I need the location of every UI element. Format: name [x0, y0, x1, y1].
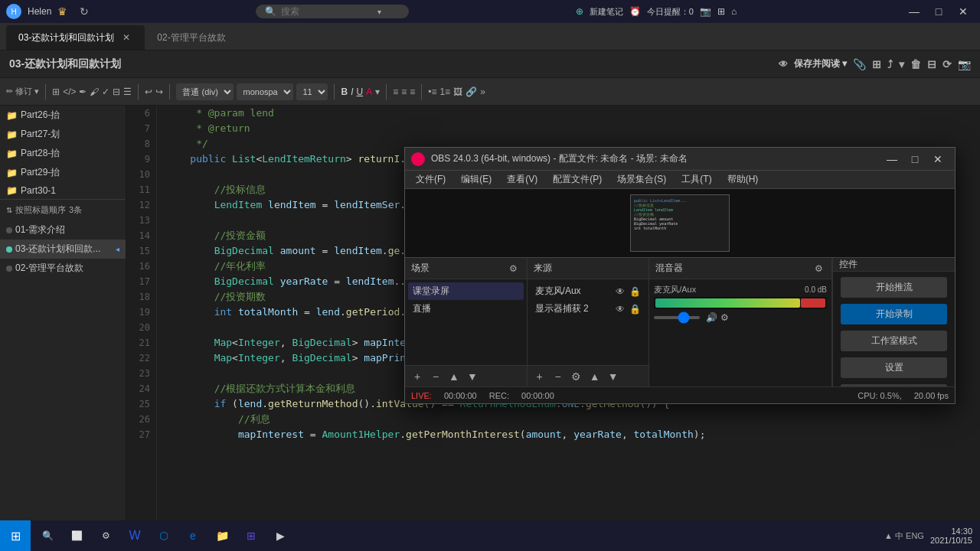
bold-btn[interactable]: B — [341, 86, 348, 97]
align-right-icon[interactable]: ≡ — [410, 86, 415, 97]
obs-menu-tools[interactable]: 工具(T) — [674, 171, 719, 187]
tab-active[interactable]: 03-还款计划和回款计划 ✕ — [6, 25, 145, 50]
check-icon[interactable]: ✓ — [102, 86, 109, 97]
font-select[interactable]: monospa — [237, 83, 293, 100]
delete-icon[interactable]: 🗑 — [910, 58, 921, 70]
taskbar-file-mgr[interactable]: 📁 — [208, 522, 236, 549]
underline-btn[interactable]: U — [357, 86, 364, 97]
code-icon[interactable]: </> — [63, 86, 76, 97]
sidebar-item-03[interactable]: 03-还款计划和回款... ◂ — [0, 240, 126, 259]
ol-icon[interactable]: 1≡ — [439, 86, 450, 97]
start-button[interactable]: ⊞ — [0, 520, 31, 551]
minimize-btn[interactable]: — — [903, 4, 925, 19]
home-icon[interactable]: ⌂ — [731, 6, 737, 17]
maximize-btn[interactable]: □ — [928, 4, 949, 19]
sidebar-folder-part30[interactable]: 📁 Part30-1 — [0, 182, 126, 199]
eye-icon[interactable]: 👁 — [779, 59, 788, 70]
obs-menu-view[interactable]: 查看(V) — [499, 171, 545, 187]
obs-minimize-btn[interactable]: — — [881, 151, 903, 168]
obs-scene-up-btn[interactable]: ▲ — [446, 369, 462, 384]
obs-scene-item-0[interactable]: 课堂录屏 — [408, 282, 524, 300]
obs-close-btn[interactable]: ✕ — [927, 151, 949, 168]
screenshot-icon[interactable]: 📷 — [700, 6, 711, 17]
obs-source-lock-0[interactable]: 🔒 — [629, 286, 641, 297]
close-btn[interactable]: ✕ — [952, 4, 974, 19]
obs-menu-scene[interactable]: 场景集合(S) — [609, 171, 674, 187]
sidebar-folder-part27[interactable]: 📁 Part27-划 — [0, 125, 126, 144]
sidebar-folder-part26[interactable]: 📁 Part26-抬 — [0, 106, 126, 125]
taskbar-browser[interactable]: e — [179, 522, 207, 549]
sidebar-folder-part28[interactable]: 📁 Part28-抬 — [0, 144, 126, 163]
ul-icon[interactable]: •≡ — [428, 86, 436, 97]
paragraph-select[interactable]: 普通 (div) — [176, 83, 234, 100]
taskbar-search[interactable]: 🔍 — [34, 522, 61, 549]
grid2-icon[interactable]: ⊟ — [113, 86, 120, 97]
italic-btn[interactable]: I — [351, 86, 353, 97]
save-read-btn[interactable]: 保存并阅读 ▾ — [794, 57, 847, 70]
obs-menu-profile[interactable]: 配置文件(P) — [545, 171, 609, 187]
obs-source-remove-btn[interactable]: − — [550, 369, 566, 384]
more2-icon[interactable]: » — [480, 86, 485, 97]
pen-icon[interactable]: ✒ — [79, 86, 87, 97]
obs-menu-help[interactable]: 帮助(H) — [720, 171, 766, 187]
obs-source-up-btn[interactable]: ▲ — [587, 369, 603, 384]
obs-source-eye-0[interactable]: 👁 — [616, 286, 625, 297]
taskbar-vs-code[interactable]: ⬡ — [150, 522, 178, 549]
mute-icon[interactable]: 🔊 — [706, 312, 717, 323]
obs-maximize-btn[interactable]: □ — [904, 151, 926, 168]
obs-scene-down-btn[interactable]: ▼ — [465, 369, 480, 384]
sync-icon[interactable]: ⟳ — [942, 58, 952, 70]
align-left-icon[interactable]: ≡ — [393, 86, 398, 97]
tab-inactive[interactable]: 02-管理平台故款 — [145, 25, 237, 50]
tab-close-active[interactable]: ✕ — [120, 31, 132, 44]
attachment-icon[interactable]: 📎 — [853, 58, 866, 70]
obs-settings-btn[interactable]: 设置 — [841, 357, 947, 378]
link-icon[interactable]: 🔗 — [466, 86, 477, 97]
sidebar-item-01[interactable]: 01-需求介绍 — [0, 220, 126, 240]
align-center-icon[interactable]: ≡ — [401, 86, 407, 97]
obs-scene-settings-icon[interactable]: ⚙ — [507, 262, 521, 276]
add-note-icon[interactable]: ⊕ — [576, 6, 583, 17]
list-icon[interactable]: ☰ — [123, 86, 132, 97]
obs-source-add-btn[interactable]: + — [532, 369, 547, 384]
obs-menu-file[interactable]: 文件(F) — [408, 171, 453, 187]
obs-source-settings-btn[interactable]: ⚙ — [569, 369, 584, 384]
sidebar-folder-part29[interactable]: 📁 Part29-抬 — [0, 163, 126, 182]
taskbar-word[interactable]: W — [121, 522, 149, 549]
obs-source-item-1[interactable]: 显示器捕获 2 👁 🔒 — [531, 300, 646, 318]
obs-scene-item-1[interactable]: 直播 — [408, 300, 524, 318]
font-color-btn[interactable]: ▾ — [375, 86, 380, 97]
redo-icon[interactable]: ↪ — [155, 86, 163, 97]
obs-source-item-0[interactable]: 麦克风/Aux 👁 🔒 — [531, 282, 646, 300]
obs-source-eye-1[interactable]: 👁 — [616, 304, 625, 315]
taskbar-store[interactable]: ⊞ — [237, 522, 265, 549]
audio-settings-icon[interactable]: ⚙ — [720, 312, 729, 323]
reminder-icon[interactable]: ⏰ — [629, 6, 641, 17]
obs-mixer-settings-icon[interactable]: ⚙ — [812, 262, 825, 276]
paint-icon[interactable]: 🖌 — [90, 86, 99, 97]
taskbar-settings[interactable]: ⚙ — [92, 522, 119, 549]
obs-source-down-btn[interactable]: ▼ — [606, 369, 621, 384]
taskbar-task-view[interactable]: ⬜ — [63, 522, 90, 549]
new-note-btn[interactable]: 新建笔记 — [590, 6, 623, 18]
grid-icon[interactable]: ⊞ — [717, 6, 725, 17]
size-select[interactable]: 11 — [296, 83, 328, 100]
undo-icon[interactable]: ↩ — [145, 86, 152, 97]
taskbar-terminal[interactable]: ▶ — [266, 522, 294, 549]
layout-icon[interactable]: ⊟ — [927, 58, 936, 70]
insert-icon[interactable]: ⊞ — [872, 58, 881, 70]
search-input[interactable] — [281, 6, 373, 17]
obs-start-stream-btn[interactable]: 开始推流 — [841, 277, 947, 298]
more-icon[interactable]: ▾ — [899, 58, 904, 70]
obs-scene-remove-btn[interactable]: − — [428, 369, 443, 384]
refresh-icon[interactable]: ↻ — [80, 5, 89, 18]
table-icon[interactable]: ⊞ — [52, 86, 60, 97]
share-icon[interactable]: ⤴ — [887, 58, 893, 70]
obs-studio-mode-btn[interactable]: 工作室模式 — [841, 331, 947, 351]
image-icon[interactable]: 🖼 — [453, 86, 462, 97]
volume-slider[interactable] — [654, 316, 700, 319]
camera2-icon[interactable]: 📷 — [958, 58, 971, 70]
obs-start-rec-btn[interactable]: 开始录制 — [841, 304, 947, 324]
obs-menu-edit[interactable]: 编辑(E) — [453, 171, 499, 187]
edit-btn[interactable]: ✏ 修订 ▾ — [6, 86, 39, 97]
